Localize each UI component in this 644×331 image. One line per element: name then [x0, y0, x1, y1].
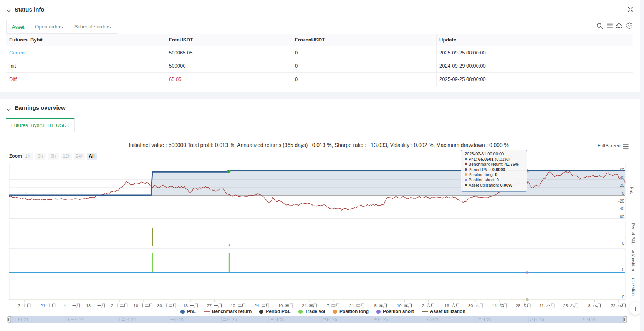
- svg-text:30.: 30.: [468, 303, 474, 308]
- svg-text:'25: '25: [179, 317, 184, 322]
- svg-text:'24: '24: [79, 317, 85, 322]
- svg-text:'25: '25: [382, 317, 388, 322]
- svg-text:28.: 28.: [516, 303, 521, 308]
- svg-text:20: 20: [620, 183, 624, 188]
- svg-text:4.: 4.: [63, 303, 67, 308]
- svg-text:18.: 18.: [86, 303, 92, 308]
- svg-text:30.: 30.: [157, 303, 163, 308]
- svg-text:-20: -20: [618, 199, 624, 203]
- svg-text:11.: 11.: [540, 303, 545, 308]
- svg-text:-40: -40: [618, 206, 624, 211]
- svg-text:7.: 7.: [18, 303, 22, 308]
- svg-text:5.: 5.: [374, 303, 378, 308]
- svg-text:24.: 24.: [254, 303, 260, 308]
- svg-text:60: 60: [620, 168, 624, 172]
- svg-text:utilization: utilization: [631, 278, 636, 296]
- svg-text:'25: '25: [539, 317, 544, 322]
- svg-text:10.: 10.: [278, 303, 284, 308]
- svg-text:7.: 7.: [327, 303, 330, 308]
- svg-text:2.: 2.: [111, 303, 114, 308]
- svg-text:14.: 14.: [492, 303, 498, 308]
- svg-text:PnL: PnL: [629, 187, 634, 194]
- svg-text:2.: 2.: [422, 303, 425, 308]
- svg-text:'25: '25: [435, 317, 440, 322]
- svg-text:16.: 16.: [134, 303, 139, 308]
- svg-text:21.: 21.: [349, 303, 355, 308]
- svg-text:16.: 16.: [444, 303, 450, 308]
- svg-text:27.: 27.: [207, 303, 213, 308]
- svg-text:0: 0: [622, 295, 624, 299]
- svg-text:'25: '25: [279, 317, 285, 322]
- svg-text:'25: '25: [486, 317, 492, 322]
- svg-text:0: 0: [622, 191, 624, 196]
- svg-text:22.: 22.: [611, 303, 616, 308]
- svg-text:0: 0: [622, 241, 624, 245]
- svg-text:'25: '25: [591, 317, 597, 322]
- svg-text:25.: 25.: [563, 303, 569, 308]
- svg-text:8.: 8.: [588, 303, 592, 308]
- svg-text:vol/position: vol/position: [631, 250, 636, 271]
- svg-text:Period P&L: Period P&L: [631, 223, 636, 244]
- svg-text:'25: '25: [232, 317, 237, 322]
- svg-text:-60: -60: [618, 214, 624, 219]
- svg-text:40: 40: [620, 175, 624, 180]
- svg-text:19.: 19.: [397, 303, 403, 308]
- svg-text:13.: 13.: [183, 303, 189, 308]
- svg-text:'24: '24: [23, 317, 28, 322]
- svg-text:21.: 21.: [41, 303, 46, 308]
- svg-text:0: 0: [622, 267, 624, 272]
- svg-text:'25: '25: [332, 317, 337, 322]
- svg-text:24.: 24.: [302, 303, 308, 308]
- svg-text:10.: 10.: [231, 303, 237, 308]
- svg-text:'24: '24: [131, 317, 136, 322]
